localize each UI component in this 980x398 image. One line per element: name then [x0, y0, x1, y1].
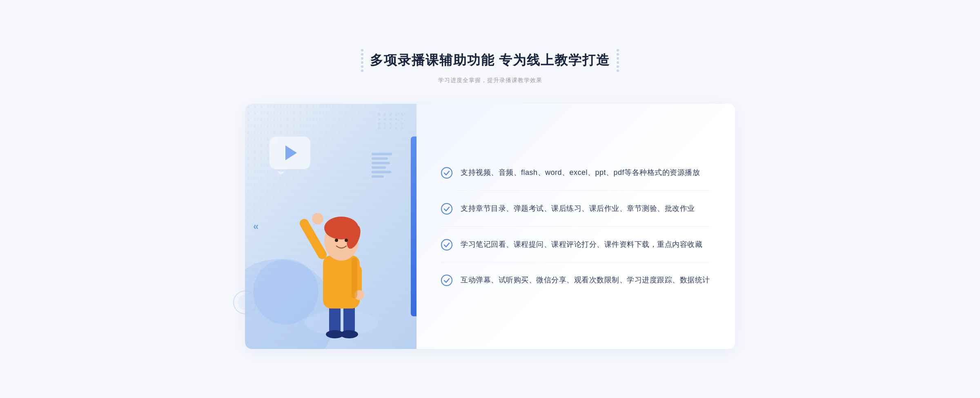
chevron-left-icon: « [253, 221, 258, 232]
check-icon-2 [441, 203, 452, 215]
content-outer: « [245, 104, 735, 349]
feature-text-2: 支持章节目录、弹题考试、课后练习、课后作业、章节测验、批改作业 [461, 202, 695, 215]
blue-bar-decoration [411, 136, 416, 316]
svg-point-16 [441, 168, 452, 178]
outer-circle-left [233, 290, 257, 316]
dot-grid-decoration [378, 114, 404, 129]
feature-text-1: 支持视频、音频、flash、word、excel、ppt、pdf等各种格式的资源… [461, 166, 700, 179]
illustration-panel: « [245, 104, 416, 349]
svg-point-17 [441, 203, 452, 214]
check-icon-1 [441, 167, 452, 179]
svg-point-4 [340, 330, 358, 338]
feature-text-3: 学习笔记回看、课程提问、课程评论打分、课件资料下载，重点内容收藏 [461, 238, 702, 251]
svg-point-12 [345, 239, 348, 242]
check-icon-3 [441, 239, 452, 250]
section-title: 多项录播课辅助功能 专为线上教学打造 [370, 51, 610, 69]
features-panel: 支持视频、音频、flash、word、excel、ppt、pdf等各种格式的资源… [416, 104, 735, 349]
play-triangle-icon [285, 145, 297, 160]
dots-left-icon [361, 49, 363, 72]
svg-point-21 [238, 295, 252, 310]
feature-item-4: 互动弹幕、试听购买、微信分享、观看次数限制、学习进度跟踪、数据统计 [441, 262, 710, 298]
content-area: « [245, 104, 735, 349]
title-row: 多项录播课辅助功能 专为线上教学打造 [245, 49, 735, 72]
feature-item-2: 支持章节目录、弹题考试、课后练习、课后作业、章节测验、批改作业 [441, 191, 710, 227]
page-wrapper: 多项录播课辅助功能 专为线上教学打造 学习进度全掌握，提升录播课教学效果 « [245, 49, 735, 349]
play-bubble [270, 136, 310, 169]
svg-rect-6 [298, 217, 328, 261]
svg-point-13 [312, 213, 323, 224]
svg-point-11 [335, 239, 338, 242]
svg-point-19 [441, 275, 452, 286]
section-header: 多项录播课辅助功能 专为线上教学打造 学习进度全掌握，提升录播课教学效果 [245, 49, 735, 84]
feature-text-4: 互动弹幕、试听购买、微信分享、观看次数限制、学习进度跟踪、数据统计 [461, 274, 710, 286]
svg-rect-15 [352, 257, 357, 298]
svg-point-18 [441, 239, 452, 250]
check-icon-4 [441, 275, 452, 286]
section-subtitle: 学习进度全掌握，提升录播课教学效果 [245, 77, 735, 84]
feature-item-1: 支持视频、音频、flash、word、excel、ppt、pdf等各种格式的资源… [441, 155, 710, 191]
person-illustration [288, 176, 394, 349]
svg-point-0 [305, 311, 378, 335]
feature-item-3: 学习笔记回看、课程提问、课程评论打分、课件资料下载，重点内容收藏 [441, 227, 710, 263]
dots-right-icon [617, 49, 619, 72]
